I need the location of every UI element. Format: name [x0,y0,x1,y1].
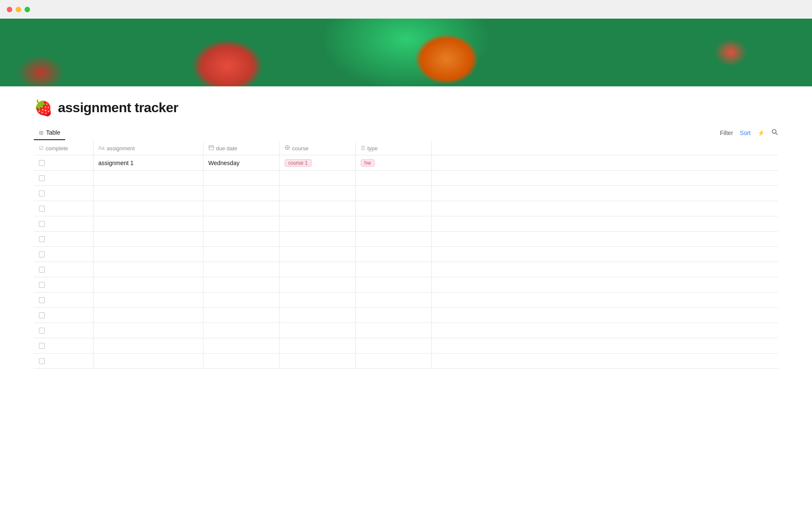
maximize-button[interactable] [25,7,30,12]
cell-course-9[interactable] [279,293,355,308]
cell-type-7[interactable] [355,262,431,277]
checkbox-13[interactable] [39,358,45,364]
complete-col-icon: ☑ [39,145,44,151]
cell-extra-12 [431,338,778,353]
col-label-complete: complete [46,145,68,152]
checkbox-12[interactable] [39,343,45,349]
page-title: assignment tracker [58,100,178,116]
cell-type-0[interactable]: hw [355,155,431,171]
cell-assignment-4[interactable] [93,216,203,232]
checkbox-9[interactable] [39,297,45,303]
cell-type-9[interactable] [355,293,431,308]
cell-course-2[interactable] [279,186,355,201]
cell-course-13[interactable] [279,353,355,369]
table-row [34,277,778,293]
cell-course-4[interactable] [279,216,355,232]
cell-due-date-11[interactable] [203,323,279,338]
cell-assignment-2[interactable] [93,186,203,201]
col-header-due-date[interactable]: due date [203,141,279,155]
cell-course-6[interactable] [279,247,355,262]
cell-type-13[interactable] [355,353,431,369]
cell-due-date-0[interactable]: Wednesday [203,155,279,171]
cell-assignment-7[interactable] [93,262,203,277]
cell-assignment-10[interactable] [93,308,203,323]
tab-bar: ⊞ Table [34,126,65,140]
cell-course-5[interactable] [279,232,355,247]
checkbox-8[interactable] [39,282,45,288]
cell-due-date-10[interactable] [203,308,279,323]
cell-extra-5 [431,232,778,247]
cell-assignment-1[interactable] [93,171,203,186]
cell-type-5[interactable] [355,232,431,247]
table-row [34,247,778,262]
page-title-row: 🍓 assignment tracker [34,100,778,116]
tab-table[interactable]: ⊞ Table [34,126,65,140]
cell-due-date-4[interactable] [203,216,279,232]
checkbox-3[interactable] [39,206,45,212]
col-header-course[interactable]: course [279,141,355,155]
cell-due-date-12[interactable] [203,338,279,353]
table-body: assignment 1Wednesdaycourse 1hw [34,155,778,369]
cell-due-date-8[interactable] [203,277,279,293]
cell-assignment-11[interactable] [93,323,203,338]
cell-assignment-13[interactable] [93,353,203,369]
search-button[interactable] [771,129,778,137]
cell-course-11[interactable] [279,323,355,338]
cell-course-10[interactable] [279,308,355,323]
minimize-button[interactable] [16,7,21,12]
table-row [34,186,778,201]
cell-assignment-9[interactable] [93,293,203,308]
cell-assignment-5[interactable] [93,232,203,247]
cell-assignment-8[interactable] [93,277,203,293]
cell-due-date-9[interactable] [203,293,279,308]
checkbox-5[interactable] [39,236,45,242]
cell-type-2[interactable] [355,186,431,201]
cell-type-11[interactable] [355,323,431,338]
cell-course-3[interactable] [279,201,355,216]
checkbox-6[interactable] [39,251,45,257]
cell-assignment-12[interactable] [93,338,203,353]
cell-course-7[interactable] [279,262,355,277]
cell-course-12[interactable] [279,338,355,353]
lightning-button[interactable]: ⚡ [757,130,765,136]
cell-course-0[interactable]: course 1 [279,155,355,171]
checkbox-4[interactable] [39,221,45,227]
sort-button[interactable]: Sort [740,130,751,136]
cell-type-8[interactable] [355,277,431,293]
cell-type-6[interactable] [355,247,431,262]
checkbox-10[interactable] [39,312,45,318]
cell-complete-10 [34,308,93,323]
cell-due-date-5[interactable] [203,232,279,247]
checkbox-2[interactable] [39,190,45,196]
col-header-assignment[interactable]: Aa assignment [93,141,203,155]
col-header-type[interactable]: ☰ type [355,141,431,155]
cell-type-3[interactable] [355,201,431,216]
cell-due-date-6[interactable] [203,247,279,262]
cell-complete-3 [34,201,93,216]
cell-course-1[interactable] [279,171,355,186]
cell-type-10[interactable] [355,308,431,323]
checkbox-0[interactable] [39,160,45,166]
checkbox-7[interactable] [39,267,45,273]
checkbox-11[interactable] [39,328,45,334]
cell-due-date-7[interactable] [203,262,279,277]
col-header-complete[interactable]: ☑ complete [34,141,93,155]
cell-type-4[interactable] [355,216,431,232]
cell-complete-11 [34,323,93,338]
filter-button[interactable]: Filter [720,130,733,136]
cell-type-1[interactable] [355,171,431,186]
cell-due-date-1[interactable] [203,171,279,186]
close-button[interactable] [7,7,12,12]
cell-course-8[interactable] [279,277,355,293]
cell-due-date-3[interactable] [203,201,279,216]
cell-due-date-2[interactable] [203,186,279,201]
cell-due-date-13[interactable] [203,353,279,369]
cell-assignment-3[interactable] [93,201,203,216]
cell-complete-4 [34,216,93,232]
cell-type-12[interactable] [355,338,431,353]
cell-assignment-6[interactable] [93,247,203,262]
cell-assignment-0[interactable]: assignment 1 [93,155,203,171]
cell-extra-10 [431,308,778,323]
checkbox-1[interactable] [39,175,45,181]
table-row [34,308,778,323]
